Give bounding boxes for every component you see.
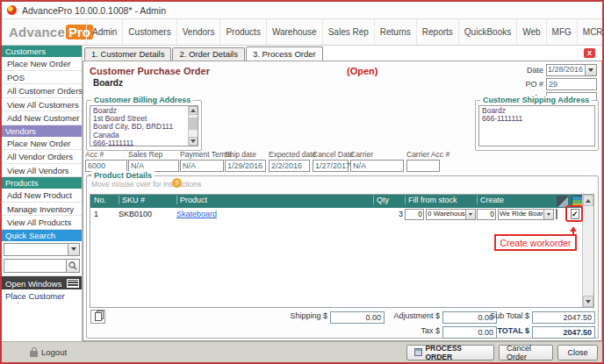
total-label: TOTAL $ bbox=[468, 326, 529, 335]
carrier-field: Carrier N/A bbox=[350, 150, 404, 172]
shipping-input[interactable]: 0.00 bbox=[330, 311, 385, 324]
nav-web[interactable]: Web bbox=[516, 19, 545, 45]
search-button[interactable] bbox=[66, 259, 80, 273]
product-link[interactable]: Skateboard bbox=[176, 210, 373, 218]
app-logo-icon bbox=[7, 5, 17, 15]
dropdown-arrow-icon[interactable] bbox=[585, 65, 596, 75]
row-number: 1 bbox=[94, 210, 115, 218]
cancel-date-field: Cancel Date 1/27/2017 bbox=[313, 150, 349, 172]
create-qty-input[interactable]: 0 bbox=[477, 209, 496, 220]
product-help-icon[interactable]: ? bbox=[172, 178, 182, 188]
process-order-page: Customer Purchase Order Boardz (Open) Da… bbox=[83, 61, 602, 341]
fill-qty-input[interactable]: 0 bbox=[405, 209, 424, 220]
copy-order-button[interactable] bbox=[90, 310, 105, 324]
billing-address-box: Boardz 1st Board Street Board City, BD, … bbox=[90, 105, 198, 146]
nav-quickbooks[interactable]: QuickBooks bbox=[458, 19, 516, 45]
sidebar-item-add-new-customer[interactable]: Add New Customer bbox=[2, 111, 82, 125]
customer-name: Boardz bbox=[93, 78, 123, 88]
sidebar-section-vendors: Vendors bbox=[2, 125, 82, 137]
nav-returns[interactable]: Returns bbox=[374, 19, 416, 45]
process-order-button[interactable]: PROCESS ORDER bbox=[406, 345, 494, 360]
shipping-address-group: Customer Shipping Address Boardz 666-111… bbox=[475, 100, 599, 151]
date-label: Date bbox=[527, 66, 543, 75]
workorder-highlight-box bbox=[565, 205, 583, 222]
scroll-thumb[interactable] bbox=[189, 118, 198, 130]
nav-reports[interactable]: Reports bbox=[416, 19, 458, 45]
tab-strip: 1. Customer Details 2. Order Details 3. … bbox=[83, 46, 602, 61]
nav-products[interactable]: Products bbox=[219, 19, 265, 45]
col-no: No. bbox=[94, 196, 115, 204]
nav-admin[interactable]: Admin bbox=[86, 19, 122, 45]
row-sku: SKB0100 bbox=[119, 210, 175, 218]
sidebar-item-pos[interactable]: POS bbox=[2, 71, 82, 85]
table-scrollbar[interactable] bbox=[582, 195, 593, 307]
warehouse-select[interactable]: 0 Warehouse1 bbox=[426, 209, 476, 220]
sidebar-section-quick-search: Quick Search bbox=[2, 230, 82, 241]
sidebar-item-place-new-vendor-order[interactable]: Place New Order bbox=[2, 137, 82, 151]
process-order-icon bbox=[414, 348, 422, 356]
dropdown-arrow-icon[interactable] bbox=[68, 244, 79, 255]
col-create: Create bbox=[477, 196, 554, 204]
tab-order-details[interactable]: 2. Order Details bbox=[172, 47, 245, 61]
open-window-place-customer-order[interactable]: Place Customer Order bbox=[2, 289, 82, 303]
dropship-checkbox[interactable] bbox=[556, 209, 557, 219]
scroll-down-icon[interactable] bbox=[189, 137, 198, 146]
shipping-address-box: Boardz 666-1111111 bbox=[478, 105, 595, 146]
nav-customers[interactable]: Customers bbox=[122, 19, 176, 45]
logout-button[interactable]: Logout bbox=[30, 347, 67, 357]
col-fill-from-stock: Fill from stock bbox=[405, 196, 476, 204]
fill-from-stock-cell: 0 0 Warehouse1 bbox=[405, 209, 476, 220]
sidebar-item-all-customer-orders[interactable]: All Customer Orders bbox=[2, 84, 82, 98]
sidebar-item-manage-inventory[interactable]: Manage Inventory bbox=[2, 203, 82, 217]
dropdown-arrow-icon[interactable] bbox=[543, 210, 553, 219]
billing-scrollbar[interactable] bbox=[188, 106, 198, 146]
expected-date-field: Expected date 2/2/2016 bbox=[269, 150, 310, 172]
tab-process-order[interactable]: 3. Process Order bbox=[246, 46, 323, 61]
product-table: No. SKU # Product Qty Fill from stock Cr… bbox=[90, 194, 594, 308]
sidebar-item-view-all-vendors[interactable]: View All Vendors bbox=[2, 164, 82, 178]
tab-customer-details[interactable]: 1. Customer Details bbox=[84, 47, 171, 61]
search-icon bbox=[68, 261, 77, 270]
sidebar-item-view-all-products[interactable]: View All Products bbox=[2, 216, 82, 230]
po-number-field[interactable]: 29 bbox=[546, 78, 597, 90]
nav-vendors[interactable]: Vendors bbox=[176, 19, 220, 45]
vendor-select[interactable]: We Ride Boards bbox=[498, 209, 554, 220]
shipping-line: 666-1111111 bbox=[482, 115, 592, 123]
nav-mcr[interactable]: MCR bbox=[577, 19, 604, 45]
col-product: Product bbox=[176, 196, 373, 204]
quick-search-category-select[interactable] bbox=[4, 243, 80, 256]
open-windows-header: Open Windows bbox=[2, 276, 82, 289]
cancel-order-button[interactable]: Cancel Order bbox=[499, 345, 553, 360]
product-details-label: Product Details bbox=[91, 171, 155, 180]
lock-icon bbox=[30, 347, 38, 357]
close-button[interactable]: Close bbox=[557, 345, 598, 360]
date-select[interactable]: 1/28/2016 bbox=[546, 64, 597, 76]
sidebar-item-add-new-product[interactable]: Add New Product bbox=[2, 189, 82, 203]
scroll-down-icon[interactable] bbox=[583, 296, 593, 307]
sidebar-item-view-all-customers[interactable]: View All Customers bbox=[2, 98, 82, 112]
sidebar-item-all-vendor-orders[interactable]: All Vendor Orders bbox=[2, 150, 82, 164]
scroll-up-icon[interactable] bbox=[583, 195, 593, 206]
nav-mfg[interactable]: MFG bbox=[546, 19, 577, 45]
quick-search-input[interactable] bbox=[4, 259, 66, 273]
order-status: (Open) bbox=[347, 66, 378, 76]
product-details-group: Product Details Move mouse over for inst… bbox=[86, 175, 599, 339]
billing-address-group: Customer Billing Address Boardz 1st Boar… bbox=[86, 100, 202, 151]
nav-sales-rep[interactable]: Sales Rep bbox=[322, 19, 374, 45]
sales-rep-field: Sales Rep N/A bbox=[128, 150, 179, 172]
bottom-bar: Logout PROCESS ORDER Cancel Order Close bbox=[2, 341, 602, 362]
scroll-up-icon[interactable] bbox=[189, 106, 198, 115]
window-title: AdvancePro 10.00.0.1008* - Admin bbox=[22, 5, 166, 16]
instructions-hint: Move mouse over for instructions bbox=[91, 180, 201, 189]
po-label: PO # bbox=[525, 80, 543, 89]
copy-page-icon bbox=[95, 312, 102, 321]
tab-close-icon[interactable]: x bbox=[584, 48, 595, 58]
window-list-icon[interactable] bbox=[67, 279, 79, 288]
sidebar-section-customers: Customers bbox=[2, 46, 82, 57]
nav-warehouse[interactable]: Warehouse bbox=[266, 19, 322, 45]
quick-search-body bbox=[2, 241, 82, 276]
sidebar-item-place-new-order[interactable]: Place New Order bbox=[2, 57, 82, 71]
content-area: 1. Customer Details 2. Order Details 3. … bbox=[83, 46, 602, 341]
col-qty: Qty bbox=[373, 196, 403, 204]
dropdown-arrow-icon[interactable] bbox=[465, 210, 475, 219]
